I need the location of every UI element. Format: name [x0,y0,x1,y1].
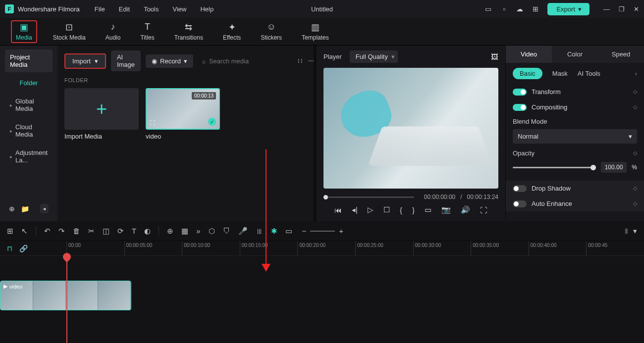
chevron-down-icon[interactable]: ▾ [633,227,637,236]
sidebar-cloud-media[interactable]: ▸Cloud Media [5,119,53,142]
tab-titles[interactable]: TTitles [140,22,154,41]
media-thumb-video[interactable]: 00:00:13 ⛶ ✓ video [146,88,220,140]
timeline-clip[interactable]: ▶video [0,281,131,310]
text-icon[interactable]: T [132,227,136,235]
keyframe-icon[interactable]: ◇ [633,200,637,207]
menu-tools[interactable]: Tools [144,5,159,13]
opacity-value[interactable]: 100.00 [601,162,627,173]
step-back-icon[interactable]: ◂| [352,205,358,214]
more-tools-icon[interactable]: » [196,227,200,235]
sidebar-project-media[interactable]: Project Media [5,49,53,72]
delete-icon[interactable]: 🗑 [73,227,80,235]
tab-effects[interactable]: ✦Effects [223,22,241,41]
more-icon[interactable]: ⋯ [308,57,314,64]
pointer-icon[interactable]: ↖ [21,227,28,236]
blend-mode-dropdown[interactable]: Normal▾ [513,129,637,144]
import-media-tile[interactable]: + Import Media [64,88,139,140]
tab-media[interactable]: ▣Media [11,20,37,43]
subtab-ai-tools[interactable]: AI Tools [578,70,600,77]
maximize-icon[interactable]: ❐ [619,5,625,13]
sidebar-global-media[interactable]: ▸Global Media [5,94,53,116]
playhead[interactable] [66,256,67,343]
marker-icon[interactable]: ✱ [271,227,277,236]
tab-stock-media[interactable]: ⊡Stock Media [53,22,86,41]
freeze-icon[interactable]: ▦ [181,227,188,236]
menu-view[interactable]: View [172,5,186,13]
mark-in-icon[interactable]: { [400,206,402,214]
seek-handle[interactable] [323,195,328,199]
menu-edit[interactable]: Edit [119,5,130,13]
seek-bar[interactable] [323,196,414,198]
shield-icon[interactable]: ⛉ [223,227,230,235]
zoom-out-icon[interactable]: − [302,227,307,235]
snap-icon[interactable]: ▭ [285,227,292,236]
minimize-icon[interactable]: — [603,5,610,13]
display-icon[interactable]: ▭ [425,205,431,214]
zoom-slider[interactable] [310,231,335,232]
sidebar-adjustment-layer[interactable]: ▸Adjustment La... [5,145,53,168]
transform-toggle[interactable] [513,89,527,96]
opacity-slider[interactable] [513,167,596,168]
redo-icon[interactable]: ↷ [58,227,65,236]
apps-icon[interactable]: ⊞ [532,5,539,13]
layout-icon[interactable]: ⫴ [625,227,628,236]
group-icon[interactable]: ⊕ [167,227,173,236]
tab-transitions[interactable]: ⇆Transitions [174,22,203,41]
keyframe-icon[interactable]: ◇ [633,89,637,95]
save-icon[interactable]: ▫ [500,5,508,13]
zoom-in-icon[interactable]: + [339,227,343,235]
auto-enhance-toggle[interactable] [513,200,527,207]
subtab-mask[interactable]: Mask [552,70,568,77]
tab-speed-props[interactable]: Speed [598,46,644,63]
video-thumbnail[interactable]: 00:00:13 ⛶ ✓ [146,88,220,130]
tab-templates[interactable]: ▥Templates [302,22,329,41]
camera-icon[interactable]: 📷 [441,205,451,214]
search-media[interactable]: ⌕ [202,57,292,65]
import-button[interactable]: Import▾ [64,53,106,69]
record-button[interactable]: ◉Record▾ [146,54,193,68]
slider-handle[interactable] [590,165,596,170]
timeline-ruler[interactable]: ⊓ 🔗 00:00 00:00:05:00 00:00:10:00 00:00:… [0,241,644,256]
mark-out-icon[interactable]: } [412,206,415,214]
keyframe-icon[interactable]: ◇ [633,104,637,110]
subtab-basic[interactable]: Basic [513,68,542,79]
filter-icon[interactable]: ⫶⫶ [297,57,303,64]
cloud-icon[interactable]: ☁ [516,5,524,13]
link-icon[interactable]: 🔗 [19,245,28,252]
tab-color-props[interactable]: Color [552,46,598,63]
fullscreen-icon[interactable]: ⛶ [480,206,487,214]
tab-audio[interactable]: ♪Audio [106,22,121,41]
magnet-icon[interactable]: ⊓ [7,245,12,252]
keyframe-icon[interactable]: ◇ [633,185,637,192]
export-button[interactable]: Export▾ [547,3,590,15]
grid-icon[interactable]: ⊞ [7,227,13,236]
undo-icon[interactable]: ↶ [44,227,51,236]
mic-icon[interactable]: 🎤 [238,227,248,236]
device-icon[interactable]: ▭ [484,5,492,13]
compositing-toggle[interactable] [513,104,527,111]
tab-video-props[interactable]: Video [506,46,552,63]
quality-dropdown[interactable]: Full Quality [350,50,398,63]
ai-image-button[interactable]: AI Image [111,50,141,71]
timeline-tracks[interactable]: ▶2 📁 🔊 👁 ▶video [0,256,644,343]
keyframe-icon[interactable]: ◇ [633,150,637,156]
search-input[interactable] [209,57,292,65]
new-folder-icon[interactable]: ⊕ [9,205,15,213]
color-icon[interactable]: ◐ [144,227,151,236]
tab-stickers[interactable]: ☺Stickers [261,22,282,41]
stop-icon[interactable]: ☐ [383,205,390,214]
collapse-sidebar-icon[interactable]: ◂ [40,204,49,213]
close-icon[interactable]: ✕ [634,5,639,13]
cut-icon[interactable]: ✂ [88,227,95,236]
mixer-icon[interactable]: ⫼ [256,227,263,235]
sidebar-folder[interactable]: Folder [5,75,53,91]
add-media-icon[interactable]: + [64,88,139,130]
menu-help[interactable]: Help [200,5,214,13]
chevron-right-icon[interactable]: › [635,70,637,77]
speed-icon[interactable]: ⟳ [117,227,124,236]
prev-frame-icon[interactable]: ⏮ [334,206,342,214]
preview-viewport[interactable] [323,68,498,189]
volume-icon[interactable]: 🔊 [461,205,470,214]
expand-icon[interactable]: ⛶ [150,120,155,126]
drop-shadow-toggle[interactable] [513,185,527,192]
